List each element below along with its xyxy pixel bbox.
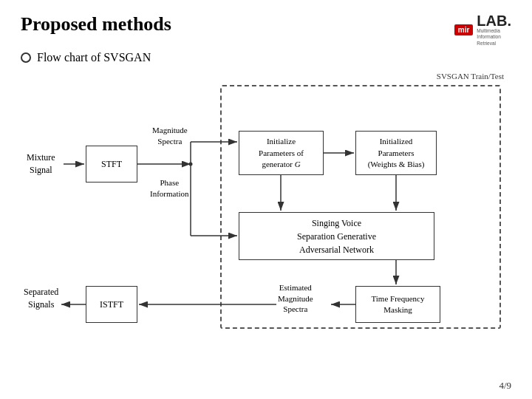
diagram-area: SVSGAN Train/Test MixtureSignal Separate… bbox=[21, 72, 511, 367]
header: Proposed methods mir LAB. MultimediaInfo… bbox=[21, 13, 511, 47]
svsgan-box: Singing VoiceSeparation GenerativeAdvers… bbox=[239, 212, 434, 260]
svg-point-16 bbox=[189, 163, 193, 166]
subtitle-text: Flow chart of SVSGAN bbox=[37, 51, 151, 64]
istft-box: ISTFT bbox=[86, 286, 137, 323]
stft-box: STFT bbox=[86, 146, 137, 183]
separated-signals-label: SeparatedSignals bbox=[24, 286, 58, 311]
mixture-signal-label: MixtureSignal bbox=[27, 151, 55, 177]
initialized-params-box: InitializedParameters(Weights & Bias) bbox=[355, 131, 437, 175]
logo: mir LAB. MultimediaInformationRetrieval bbox=[454, 13, 511, 47]
logo-main: LAB. bbox=[477, 13, 511, 28]
bullet-icon bbox=[21, 52, 31, 63]
magnitude-spectra-label: MagnitudeSpectra bbox=[152, 125, 188, 146]
subtitle: Flow chart of SVSGAN bbox=[21, 51, 511, 64]
initialize-params-box: InitializeParameters ofgenerator G bbox=[239, 131, 324, 175]
phase-information-label: PhaseInformation bbox=[150, 177, 189, 199]
time-freq-box: Time FrequencyMasking bbox=[355, 286, 440, 323]
estimated-magnitude-label: EstimatedMagnitudeSpectra bbox=[278, 282, 313, 314]
svsgan-train-test-label: SVSGAN Train/Test bbox=[437, 72, 504, 81]
page-title: Proposed methods bbox=[21, 13, 171, 35]
page-number: 4/9 bbox=[499, 380, 511, 392]
logo-red: mir bbox=[454, 24, 474, 35]
slide: Proposed methods mir LAB. MultimediaInfo… bbox=[0, 0, 532, 399]
logo-sub: MultimediaInformationRetrieval bbox=[477, 28, 511, 47]
